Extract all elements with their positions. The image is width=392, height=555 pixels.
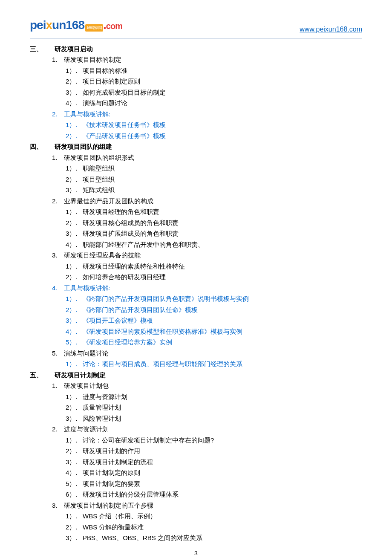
sub-item-number: 1）. bbox=[66, 293, 83, 304]
section-title: 研发项目启动 bbox=[55, 43, 93, 55]
sub-item: 2）.研发项目核心组成员的角色和职责 bbox=[66, 217, 362, 228]
sub-item: 3）.研发项目扩展组成员的角色和职责 bbox=[66, 228, 362, 239]
logo-part-com: com bbox=[106, 19, 122, 33]
sub-item-number: 3）. bbox=[66, 532, 83, 543]
sub-item: 4）.项目计划制定的原则 bbox=[66, 467, 362, 478]
sub-item-text: 研发项目经理的素质特征和性格特征 bbox=[83, 261, 185, 272]
sub-item-text: 《技术研发项目任务书》模板 bbox=[83, 119, 166, 130]
sub-item-text: 研发项目计划制定的流程 bbox=[83, 457, 153, 468]
sub-item: 2）.《产品研发项目任务书》模板 bbox=[66, 130, 362, 142]
sub-item: 4）.演练与问题讨论 bbox=[66, 98, 362, 109]
item-title: 业界最佳的产品开发团队的构成 bbox=[64, 196, 153, 207]
site-logo: peixun168168培训网.com bbox=[30, 15, 122, 35]
sub-item-number: 2）. bbox=[66, 402, 83, 413]
section-heading: 三、研发项目启动 bbox=[30, 43, 362, 55]
sub-item-text: 项目目标的制定原则 bbox=[83, 76, 140, 87]
sub-item: 4）.职能部门经理在产品开发中的角色和职责、 bbox=[66, 239, 362, 250]
sub-item-text: WBS 分解的衡量标准 bbox=[83, 522, 144, 533]
section-number: 四、 bbox=[30, 141, 55, 152]
sub-item-text: 《项目开工会议程》模板 bbox=[83, 315, 153, 326]
document-body: 三、研发项目启动1.研发项目目标的制定1）.项目目标的标准2）.项目目标的制定原… bbox=[30, 43, 362, 543]
sub-item-number: 1）. bbox=[66, 119, 83, 130]
item-title: 研发项目计划包 bbox=[64, 380, 109, 391]
sub-item: 4）.《研发项目经理的素质模型和任职资格标准》模板与实例 bbox=[66, 326, 362, 337]
list-item: 3.研发项目经理应具备的技能 bbox=[52, 250, 362, 261]
list-item: 1.研发项目团队的组织形式 bbox=[52, 152, 362, 163]
sub-item-text: 研发项目计划的分级分层管理体系 bbox=[83, 489, 179, 500]
sub-item-text: WBS 介绍（作用、示例） bbox=[83, 511, 156, 522]
sub-item-text: 研发项目经理的角色和职责 bbox=[83, 206, 159, 217]
sub-item-text: 项目目标的标准 bbox=[83, 65, 127, 76]
sub-item-number: 4）. bbox=[66, 467, 83, 478]
sub-item-number: 4）. bbox=[66, 239, 83, 250]
sub-item-text: 研发项目计划的作用 bbox=[83, 445, 140, 457]
list-item: 1.研发项目目标的制定 bbox=[52, 54, 362, 65]
sub-item-text: 研发项目核心组成员的角色和职责 bbox=[83, 217, 179, 228]
sub-item-number: 1）. bbox=[66, 391, 83, 402]
sub-item-text: 《研发项目经理培养方案》实例 bbox=[83, 337, 172, 348]
section-title: 研发项目计划制定 bbox=[55, 370, 106, 381]
sub-item-text: 如何完成研发项目目标的制定 bbox=[83, 87, 166, 98]
item-number: 1. bbox=[52, 380, 64, 391]
item-number: 5. bbox=[52, 348, 64, 359]
sub-item-text: 研发项目扩展组成员的角色和职责 bbox=[83, 228, 179, 239]
sub-item-number: 2）. bbox=[66, 522, 83, 533]
logo-part-pei: pei bbox=[30, 15, 46, 35]
sub-item-number: 2）. bbox=[66, 174, 83, 185]
sub-item: 1）.讨论：项目与项目成员、项目经理与职能部门经理的关系 bbox=[66, 358, 362, 370]
list-item: 2.进度与资源计划 bbox=[52, 424, 362, 435]
item-title: 工具与模板讲解: bbox=[64, 109, 110, 120]
sub-item-text: 如何培养合格的研发项目经理 bbox=[83, 272, 166, 283]
sub-item-number: 1）. bbox=[66, 511, 83, 522]
sub-item-number: 3）. bbox=[66, 315, 83, 326]
section-number: 三、 bbox=[30, 43, 55, 55]
sub-item-text: PBS、WBS、OBS、RBS 之间的对应关系 bbox=[83, 532, 202, 543]
sub-item-text: 《跨部门的产品开发项目团队角色职责》说明书模板与实例 bbox=[83, 293, 249, 304]
sub-item: 3）.风险管理计划 bbox=[66, 413, 362, 424]
sub-item: 3）.如何完成研发项目目标的制定 bbox=[66, 87, 362, 98]
sub-item-number: 1）. bbox=[66, 163, 83, 174]
item-number: 3. bbox=[52, 250, 64, 261]
sub-item: 5）.项目计划制定的要素 bbox=[66, 478, 362, 489]
logo-badge: 168培训网 bbox=[85, 24, 103, 32]
logo-part-x: x bbox=[46, 15, 52, 35]
sub-item: 3）.矩阵式组织 bbox=[66, 185, 362, 196]
item-number: 2. bbox=[52, 109, 64, 120]
sub-item: 2）.项目型组织 bbox=[66, 174, 362, 185]
sub-item-text: 项目计划制定的原则 bbox=[83, 467, 140, 478]
sub-item-number: 2）. bbox=[66, 445, 83, 457]
sub-item: 1）.研发项目经理的角色和职责 bbox=[66, 206, 362, 217]
sub-item: 3）.PBS、WBS、OBS、RBS 之间的对应关系 bbox=[66, 532, 362, 543]
item-number: 1. bbox=[52, 152, 64, 163]
sub-item-number: 2）. bbox=[66, 217, 83, 228]
sub-item-number: 5）. bbox=[66, 337, 83, 348]
list-item: 4.工具与模板讲解: bbox=[52, 283, 362, 294]
sub-item-text: 质量管理计划 bbox=[83, 402, 121, 413]
sub-item: 2）.WBS 分解的衡量标准 bbox=[66, 522, 362, 533]
list-item: 3.研发项目计划的制定的五个步骤 bbox=[52, 500, 362, 511]
sub-item-number: 1）. bbox=[66, 206, 83, 217]
site-url-link[interactable]: www.peixun168.com bbox=[300, 23, 362, 35]
sub-item: 1）.《跨部门的产品开发项目团队角色职责》说明书模板与实例 bbox=[66, 293, 362, 304]
sub-item-text: 演练与问题讨论 bbox=[83, 98, 127, 109]
item-number: 1. bbox=[52, 54, 64, 65]
sub-item-number: 2）. bbox=[66, 304, 83, 315]
item-title: 进度与资源计划 bbox=[64, 424, 109, 435]
sub-item-text: 《产品研发项目任务书》模板 bbox=[83, 130, 166, 142]
sub-item: 1）.《技术研发项目任务书》模板 bbox=[66, 119, 362, 130]
sub-item: 1）.研发项目经理的素质特征和性格特征 bbox=[66, 261, 362, 272]
sub-item: 1）.进度与资源计划 bbox=[66, 391, 362, 402]
sub-item: 2）.研发项目计划的作用 bbox=[66, 445, 362, 457]
sub-item-number: 6）. bbox=[66, 489, 83, 500]
logo-part-168: 168 bbox=[66, 15, 84, 35]
sub-item: 2）.项目目标的制定原则 bbox=[66, 76, 362, 87]
sub-item-text: 进度与资源计划 bbox=[83, 391, 127, 402]
item-title: 研发项目计划的制定的五个步骤 bbox=[64, 500, 153, 511]
sub-item-number: 4）. bbox=[66, 98, 83, 109]
sub-item-text: 项目计划制定的要素 bbox=[83, 478, 140, 489]
sub-item-text: 《跨部门的产品开发项目团队任命》模板 bbox=[83, 304, 198, 315]
sub-item: 6）.研发项目计划的分级分层管理体系 bbox=[66, 489, 362, 500]
sub-item: 1）.职能型组织 bbox=[66, 163, 362, 174]
list-item: 1.研发项目计划包 bbox=[52, 380, 362, 391]
page-header: peixun168168培训网.com www.peixun168.com bbox=[30, 15, 362, 38]
